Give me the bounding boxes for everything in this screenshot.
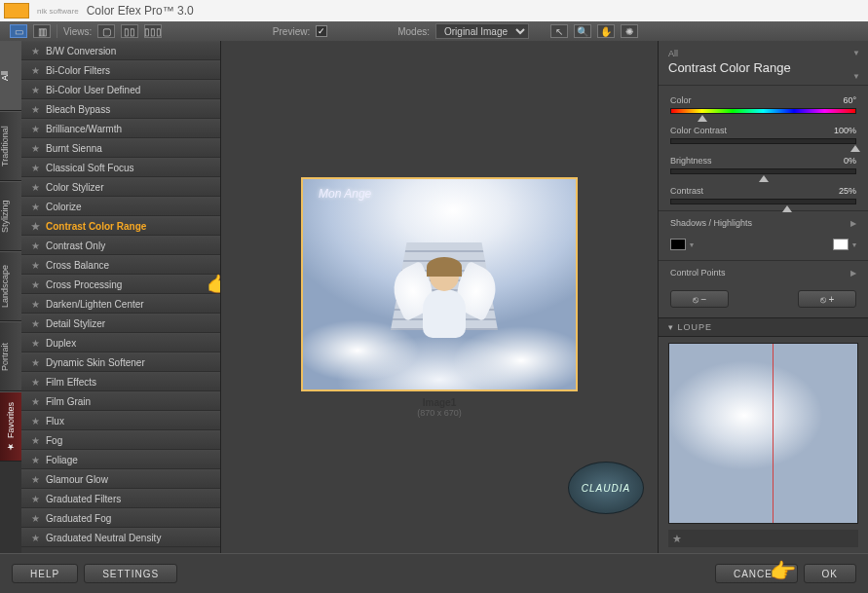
filter-item[interactable]: ★Dynamic Skin Softener [21,352,220,372]
star-icon[interactable]: ★ [31,124,40,134]
help-button[interactable]: HELP [12,564,78,583]
slider-track[interactable] [670,199,856,204]
star-icon[interactable]: ★ [31,377,40,388]
slider-label: Color Contrast [670,126,727,135]
filter-item[interactable]: ★Flux [21,411,220,430]
star-icon[interactable]: ★ [31,46,40,56]
highlight-swatch[interactable] [833,239,849,250]
star-icon[interactable]: ★ [31,435,40,446]
star-icon[interactable]: ★ [31,221,40,232]
collapse-icon[interactable]: ▼ [852,49,860,57]
pointer-tool-icon[interactable]: ↖ [550,24,568,38]
filter-item[interactable]: ★Contrast Only [21,236,220,255]
filter-item[interactable]: ★Burnt Sienna [21,138,220,158]
dropdown-icon[interactable]: ▼ [852,72,860,81]
pan-tool-icon[interactable]: ✋ [597,24,615,38]
settings-button[interactable]: SETTINGS [84,564,177,583]
star-icon[interactable]: ★ [31,65,40,76]
filter-item[interactable]: ★Graduated Fog [21,508,220,528]
expand-icon: ▶ [850,219,856,228]
add-positive-cp-button[interactable]: ⎋ + [798,290,856,308]
slider-track[interactable] [670,138,856,144]
filter-item[interactable]: ★Glamour Glow [21,469,220,489]
filter-label: Fog [46,435,62,446]
loupe-split-line[interactable] [773,344,774,523]
slider-track[interactable] [670,108,856,114]
filter-item[interactable]: ★Duplex [21,333,220,352]
filter-item[interactable]: ★Brilliance/Warmth [21,119,220,138]
layout-1-icon[interactable]: ▢ [97,24,115,38]
star-icon[interactable]: ★ [31,299,40,310]
slider-thumb[interactable] [759,175,769,182]
star-icon[interactable]: ★ [31,241,40,251]
star-icon[interactable]: ★ [31,163,40,173]
shadows-highlights-header[interactable]: Shadows / Highlights▶ [659,210,868,235]
view-split-icon[interactable]: ▥ [33,24,51,38]
slider-track[interactable] [670,168,856,174]
shadow-swatch[interactable] [670,239,686,250]
light-tool-icon[interactable]: ✺ [621,24,638,38]
star-icon[interactable]: ★ [31,357,40,368]
zoom-tool-icon[interactable]: 🔍 [574,24,591,38]
filter-item[interactable]: ★Bi-Color User Defined [21,80,220,99]
modes-select[interactable]: Original Image [435,23,529,39]
filter-item[interactable]: ★Detail Stylizer [21,314,220,333]
star-icon[interactable]: ★ [31,260,40,271]
preview-checkbox[interactable]: ✓ [316,25,327,37]
category-tab-portrait[interactable]: Portrait [0,321,21,391]
layout-3-icon[interactable]: ▯▯▯ [144,24,162,38]
star-icon[interactable]: ★ [31,494,40,504]
filter-item[interactable]: ★Film Grain [21,391,220,411]
star-icon[interactable]: ★ [31,279,40,290]
filter-item[interactable]: ★Contrast Color Range [21,216,220,236]
filter-item[interactable]: ★Graduated Filters [21,489,220,508]
star-icon[interactable]: ★ [31,474,40,485]
add-negative-cp-button[interactable]: ⎋ − [670,290,729,308]
slider-thumb[interactable] [782,205,792,212]
filter-item[interactable]: ★Cross Processing [21,275,220,294]
filter-item[interactable]: ★Bleach Bypass [21,99,220,119]
preview-image[interactable]: Mon Ange [301,177,578,391]
filter-item[interactable]: ★Fog [21,430,220,450]
chevron-down-icon[interactable]: ▾ [690,241,694,249]
category-tab-favorites[interactable]: ★ Favorites [0,391,21,462]
star-icon[interactable]: ★ [31,533,40,543]
star-icon[interactable]: ★ [31,182,40,193]
star-icon[interactable]: ★ [31,513,40,524]
loupe-header[interactable]: ▾ LOUPE [659,317,868,337]
star-icon[interactable]: ★ [31,338,40,349]
star-icon[interactable]: ★ [31,396,40,407]
ok-button[interactable]: OK [804,564,856,583]
star-icon[interactable]: ★ [31,104,40,115]
filter-item[interactable]: ★B/W Conversion [21,41,220,60]
star-icon[interactable]: ★ [31,416,40,426]
category-tab-stylizing[interactable]: Stylizing [0,181,21,251]
control-points-header[interactable]: Control Points▶ [659,260,868,284]
slider-thumb[interactable] [850,145,860,152]
layout-2-icon[interactable]: ▯▯ [121,24,138,38]
filter-item[interactable]: ★Colorize [21,197,220,216]
star-icon[interactable]: ★ [31,202,40,212]
star-icon[interactable]: ★ [31,143,40,154]
cancel-button[interactable]: CANCEL [715,564,798,583]
loupe-view[interactable] [668,343,858,524]
slider-thumb[interactable] [698,115,707,122]
star-icon[interactable]: ★ [31,455,40,465]
star-icon[interactable]: ★ [31,318,40,329]
category-tab-landscape[interactable]: Landscape [0,251,21,321]
filter-item[interactable]: ★Cross Balance [21,255,220,275]
filter-item[interactable]: ★Graduated Neutral Density [21,528,220,547]
chevron-down-icon[interactable]: ▾ [852,241,856,249]
filter-item[interactable]: ★Color Stylizer [21,177,220,197]
filter-item[interactable]: ★Film Effects [21,372,220,391]
category-tab-traditional[interactable]: Traditional [0,111,21,181]
star-icon[interactable]: ★ [31,85,40,95]
app-title: Color Efex Pro™ 3.0 [87,4,194,18]
category-tab-all[interactable]: All [0,41,21,111]
filter-item[interactable]: ★Bi-Color Filters [21,60,220,80]
filter-item[interactable]: ★Foliage [21,450,220,469]
filter-item[interactable]: ★Classical Soft Focus [21,158,220,177]
view-single-icon[interactable]: ▭ [10,24,27,38]
favorite-star-icon[interactable]: ★ [672,533,682,545]
filter-item[interactable]: ★Darken/Lighten Center [21,294,220,314]
